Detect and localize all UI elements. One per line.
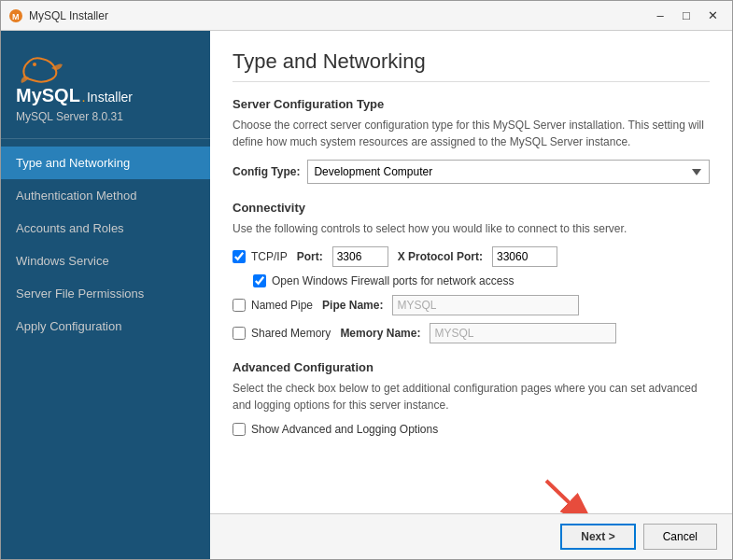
- port-label: Port:: [297, 250, 323, 263]
- show-advanced-checkbox[interactable]: [233, 423, 246, 436]
- mysql-logo-dot: .: [82, 92, 85, 104]
- config-type-row: Config Type: Development Computer Server…: [233, 160, 710, 184]
- page-title: Type and Networking: [233, 49, 710, 82]
- firewall-label: Open Windows Firewall ports for network …: [272, 274, 514, 287]
- port-input[interactable]: [332, 246, 388, 267]
- firewall-row: Open Windows Firewall ports for network …: [233, 274, 710, 287]
- server-config-section: Server Configuration Type Choose the cor…: [233, 97, 710, 184]
- sidebar-header: MySQL . Installer MySQL Server 8.0.31: [1, 31, 210, 139]
- tcpip-label: TCP/IP: [251, 250, 288, 263]
- svg-line-4: [546, 481, 593, 513]
- maximize-button[interactable]: □: [674, 4, 698, 28]
- x-port-input[interactable]: [492, 246, 557, 267]
- server-config-desc: Choose the correct server configuration …: [233, 117, 710, 150]
- sidebar-item-auth-method[interactable]: Authentication Method: [1, 179, 210, 212]
- title-bar-left: M MySQL Installer: [8, 8, 108, 23]
- server-config-title: Server Configuration Type: [233, 97, 710, 111]
- sidebar-item-accounts-roles[interactable]: Accounts and Roles: [1, 212, 210, 245]
- memory-name-input[interactable]: [430, 323, 616, 343]
- next-button[interactable]: Next >: [560, 524, 635, 550]
- show-advanced-checkbox-label[interactable]: Show Advanced and Logging Options: [233, 423, 438, 436]
- svg-point-2: [33, 63, 36, 66]
- main-content: MySQL . Installer MySQL Server 8.0.31 Ty…: [1, 31, 732, 559]
- mysql-version: MySQL Server 8.0.31: [16, 110, 123, 123]
- mysql-title-icon: M: [8, 8, 23, 23]
- right-panel: Type and Networking Server Configuration…: [210, 31, 732, 559]
- config-type-select[interactable]: Development Computer Server Computer Ded…: [307, 160, 710, 184]
- memory-name-label: Memory Name:: [340, 327, 420, 340]
- named-pipe-checkbox-label[interactable]: Named Pipe: [233, 299, 313, 312]
- connectivity-desc: Use the following controls to select how…: [233, 220, 710, 237]
- sidebar-item-type-networking[interactable]: Type and Networking: [1, 147, 210, 179]
- shared-memory-checkbox[interactable]: [233, 327, 246, 340]
- sidebar-item-apply-config[interactable]: Apply Configuration: [1, 310, 210, 343]
- footer: Next > Cancel: [210, 513, 732, 559]
- named-pipe-checkbox[interactable]: [233, 299, 246, 312]
- dolphin-icon: [16, 49, 67, 85]
- shared-memory-checkbox-label[interactable]: Shared Memory: [233, 327, 331, 340]
- tcpip-checkbox-label[interactable]: TCP/IP: [233, 250, 288, 263]
- sidebar-item-server-permissions[interactable]: Server File Permissions: [1, 277, 210, 310]
- next-arrow-icon: [532, 471, 607, 513]
- mysql-logo-mysql: MySQL: [16, 85, 80, 106]
- pipe-name-label: Pipe Name:: [322, 299, 383, 312]
- advanced-config-section: Advanced Configuration Select the check …: [233, 360, 710, 436]
- mysql-logo-installer: Installer: [87, 90, 133, 105]
- sidebar-nav: Type and Networking Authentication Metho…: [1, 139, 210, 343]
- x-protocol-label: X Protocol Port:: [398, 250, 483, 263]
- config-type-label: Config Type:: [233, 165, 300, 178]
- svg-text:M: M: [12, 12, 20, 21]
- pipe-name-input[interactable]: [392, 295, 579, 315]
- cancel-button[interactable]: Cancel: [643, 524, 717, 550]
- firewall-checkbox[interactable]: [253, 274, 266, 287]
- connectivity-title: Connectivity: [233, 201, 710, 215]
- shared-memory-label: Shared Memory: [251, 327, 331, 340]
- sidebar: MySQL . Installer MySQL Server 8.0.31 Ty…: [1, 31, 210, 559]
- sidebar-item-windows-service[interactable]: Windows Service: [1, 245, 210, 277]
- show-advanced-label: Show Advanced and Logging Options: [251, 423, 438, 436]
- mysql-logo: MySQL . Installer MySQL Server 8.0.31: [16, 49, 195, 123]
- main-window: M MySQL Installer – □ ✕: [0, 0, 733, 560]
- connectivity-section: Connectivity Use the following controls …: [233, 201, 710, 343]
- tcpip-checkbox[interactable]: [233, 250, 246, 263]
- close-button[interactable]: ✕: [700, 4, 725, 28]
- title-bar-title: MySQL Installer: [29, 9, 108, 22]
- show-advanced-row: Show Advanced and Logging Options: [233, 423, 710, 436]
- named-pipe-label: Named Pipe: [251, 299, 313, 312]
- advanced-config-desc: Select the check box below to get additi…: [233, 380, 710, 413]
- title-bar: M MySQL Installer – □ ✕: [1, 1, 732, 31]
- content-area: Type and Networking Server Configuration…: [210, 31, 732, 513]
- arrow-container: [233, 453, 710, 513]
- tcpip-row: TCP/IP Port: X Protocol Port:: [233, 246, 710, 267]
- firewall-checkbox-label[interactable]: Open Windows Firewall ports for network …: [253, 274, 514, 287]
- minimize-button[interactable]: –: [648, 4, 672, 28]
- title-bar-controls: – □ ✕: [648, 4, 725, 28]
- shared-memory-row: Shared Memory Memory Name:: [233, 323, 710, 343]
- named-pipe-row: Named Pipe Pipe Name:: [233, 295, 710, 315]
- advanced-config-title: Advanced Configuration: [233, 360, 710, 374]
